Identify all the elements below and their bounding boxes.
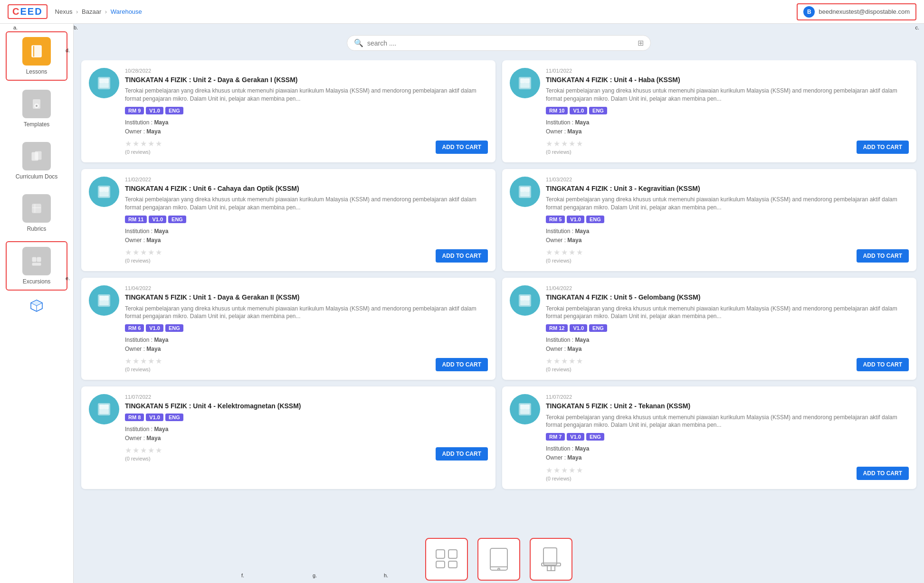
product-footer-5: ★ ★ ★ ★ ★ (0 reviews) ADD TO CART — [125, 357, 488, 372]
sidebar-item-lessons[interactable]: Lessons — [6, 31, 67, 81]
svg-rect-39 — [520, 301, 530, 305]
share-icon-box[interactable] — [530, 538, 572, 581]
svg-rect-27 — [99, 192, 109, 197]
svg-rect-38 — [525, 296, 530, 301]
svg-rect-21 — [520, 78, 525, 83]
product-thumb-7 — [89, 394, 119, 424]
product-footer-7: ★ ★ ★ ★ ★ (0 reviews) ADD TO CART — [125, 446, 488, 461]
badge-version-1: V1.0 — [146, 107, 163, 114]
product-card-2: 11/01/2022 TINGKATAN 4 FIZIK : Unit 4 - … — [502, 60, 916, 162]
add-to-cart-btn-4[interactable]: ADD TO CART — [857, 249, 909, 263]
label-h: h. — [384, 573, 388, 578]
add-to-cart-btn-1[interactable]: ADD TO CART — [436, 141, 488, 154]
rubrics-icon-box — [22, 194, 51, 223]
reviews-5: (0 reviews) — [125, 367, 162, 372]
sidebar-templates-label: Templates — [24, 121, 50, 128]
product-date-2: 11/01/2022 — [546, 68, 909, 74]
search-input[interactable] — [367, 39, 634, 47]
add-to-cart-btn-7[interactable]: ADD TO CART — [436, 447, 488, 461]
label-c: c. — [915, 25, 919, 30]
svg-rect-26 — [104, 187, 109, 192]
svg-marker-14 — [31, 300, 42, 306]
svg-rect-50 — [436, 561, 445, 568]
add-to-cart-btn-3[interactable]: ADD TO CART — [436, 249, 488, 263]
svg-rect-55 — [543, 548, 557, 565]
header-left: CEED Nexus › Bazaar › Warehouse — [8, 4, 142, 19]
product-title-3: TINGKATAN 4 FIZIK : Unit 6 - Cahaya dan … — [125, 184, 488, 193]
label-a: a. — [13, 25, 18, 30]
stars-1: ★ ★ ★ ★ ★ — [125, 139, 162, 148]
product-info-1: 10/28/2022 TINGKATAN 4 FIZIK : Unit 2 - … — [125, 68, 488, 155]
product-info-8: 11/07/2022 TINGKATAN 5 FIZIK : Unit 2 - … — [546, 394, 909, 481]
sidebar-item-curriculum[interactable]: Curriculum Docs — [6, 137, 67, 185]
product-meta-2: Institution : Maya Owner : Maya — [546, 118, 909, 136]
product-card-4: 11/03/2022 TINGKATAN 4 FIZIK : Unit 3 - … — [502, 169, 916, 271]
label-g: g. — [313, 573, 317, 578]
product-date-6: 11/04/2022 — [546, 285, 909, 291]
badge-price-3: RM 11 — [125, 216, 147, 223]
badge-lang-1: ENG — [165, 107, 183, 114]
product-card-6: 11/04/2022 TINGKATAN 4 FIZIK : Unit 5 - … — [502, 278, 916, 380]
svg-rect-8 — [35, 204, 35, 213]
add-to-cart-btn-8[interactable]: ADD TO CART — [857, 467, 909, 480]
product-thumb-6 — [510, 285, 540, 316]
bottom-bar — [74, 536, 924, 583]
label-f: f. — [241, 573, 244, 578]
reviews-3: (0 reviews) — [125, 258, 162, 263]
products-area: 10/28/2022 TINGKATAN 4 FIZIK : Unit 2 - … — [74, 60, 924, 536]
label-d: d. — [66, 47, 70, 53]
add-to-cart-btn-6[interactable]: ADD TO CART — [857, 358, 909, 371]
svg-rect-19 — [99, 83, 109, 88]
add-to-cart-btn-2[interactable]: ADD TO CART — [857, 141, 909, 154]
reviews-4: (0 reviews) — [546, 258, 583, 263]
product-meta-5: Institution : Maya Owner : Maya — [125, 336, 488, 354]
svg-rect-12 — [32, 263, 41, 265]
search-icon: 🔍 — [354, 38, 363, 47]
breadcrumb-warehouse[interactable]: Warehouse — [111, 8, 142, 15]
logo[interactable]: CEED — [8, 4, 48, 19]
tablet-icon-box[interactable] — [477, 538, 520, 581]
product-meta-8: Institution : Maya Owner : Maya — [546, 444, 909, 462]
excursions-icon-box — [22, 247, 51, 275]
reviews-7: (0 reviews) — [125, 456, 162, 461]
svg-rect-7 — [32, 204, 41, 213]
star-rating-3: ★ ★ ★ ★ ★ (0 reviews) — [125, 248, 162, 263]
product-title-8: TINGKATAN 5 FIZIK : Unit 2 - Tekanan (KS… — [546, 402, 909, 410]
groups-icon-box[interactable] — [425, 538, 468, 581]
star-rating-2: ★ ★ ★ ★ ★ (0 reviews) — [546, 139, 583, 155]
sidebar-item-templates[interactable]: Templates — [6, 85, 67, 133]
product-meta-6: Institution : Maya Owner : Maya — [546, 336, 909, 354]
svg-rect-22 — [525, 78, 530, 83]
lessons-icon-box — [22, 37, 51, 66]
sidebar-item-rubrics[interactable]: Rubrics — [6, 189, 67, 237]
product-footer-6: ★ ★ ★ ★ ★ (0 reviews) ADD TO CART — [546, 357, 909, 372]
svg-rect-49 — [448, 550, 457, 558]
reviews-6: (0 reviews) — [546, 367, 583, 372]
badge-lang-3: ENG — [168, 216, 186, 223]
badge-lang-5: ENG — [165, 324, 183, 332]
svg-rect-46 — [525, 404, 530, 409]
product-badges-8: RM 7 V1.0 ENG — [546, 433, 909, 441]
sidebar-curriculum-label: Curriculum Docs — [16, 173, 58, 180]
product-card-7: 11/07/2022 TINGKATAN 5 FIZIK : Unit 4 - … — [81, 386, 495, 489]
product-title-2: TINGKATAN 4 FIZIK : Unit 4 - Haba (KSSM) — [546, 75, 909, 84]
user-info[interactable]: B beednexustest@dispostable.com — [797, 3, 916, 20]
svg-rect-30 — [525, 187, 530, 192]
stars-7: ★ ★ ★ ★ ★ — [125, 446, 162, 455]
product-date-5: 11/04/2022 — [125, 285, 488, 291]
product-info-7: 11/07/2022 TINGKATAN 5 FIZIK : Unit 4 - … — [125, 394, 488, 481]
breadcrumb-sep2: › — [105, 8, 107, 15]
product-info-2: 11/01/2022 TINGKATAN 4 FIZIK : Unit 4 - … — [546, 68, 909, 155]
curriculum-icon-box — [22, 142, 51, 170]
breadcrumb-sep1: › — [76, 8, 78, 15]
grid-icon[interactable]: ⊞ — [638, 38, 644, 47]
sidebar-item-excursions[interactable]: Excursions — [6, 241, 67, 291]
svg-rect-47 — [520, 409, 530, 414]
svg-rect-9 — [32, 207, 41, 208]
svg-rect-37 — [520, 296, 525, 301]
product-thumb-3 — [89, 177, 119, 207]
add-to-cart-btn-5[interactable]: ADD TO CART — [436, 358, 488, 371]
badge-lang-7: ENG — [165, 414, 183, 421]
cube-icon[interactable] — [30, 299, 43, 314]
product-thumb-4 — [510, 177, 540, 207]
